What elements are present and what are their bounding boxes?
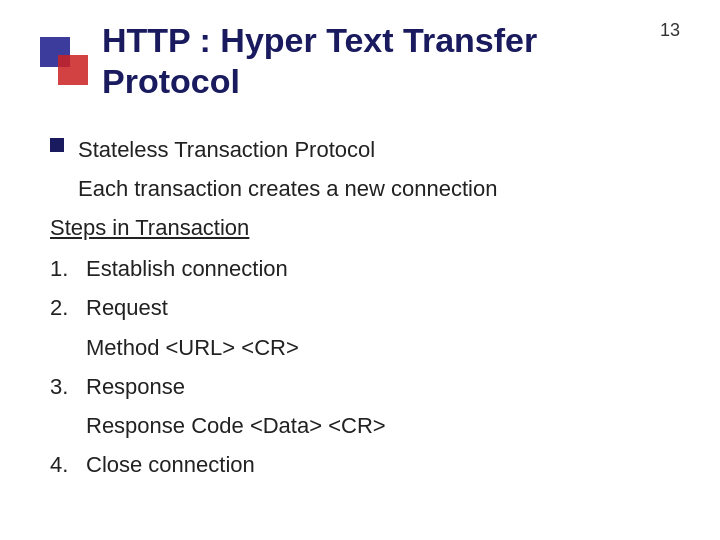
step-1-number: 1. [50,251,86,286]
bullet-stateless-sub: Each transaction creates a new connectio… [78,171,680,206]
step-2-label: Request [86,290,168,325]
page-title: HTTP : Hyper Text Transfer Protocol [102,20,680,102]
bullet-stateless-sub-text: Each transaction creates a new connectio… [78,176,497,201]
step-1-label: Establish connection [86,251,288,286]
steps-list: 1. Establish connection 2. Request Metho… [50,251,680,482]
bullet-stateless-text: Stateless Transaction Protocol [78,132,375,167]
page-number: 13 [660,20,680,41]
step-3-sub: Response Code <Data> <CR> [86,408,680,443]
slide-header: HTTP : Hyper Text Transfer Protocol 13 [40,20,680,102]
svg-rect-1 [58,55,88,85]
steps-heading: Steps in Transaction [50,210,680,245]
step-2-sub: Method <URL> <CR> [86,330,680,365]
step-4: 4. Close connection [50,447,680,482]
bullet-stateless: Stateless Transaction Protocol [50,132,680,167]
bullet-icon [50,138,64,152]
step-3-label: Response [86,369,185,404]
slide-content: Stateless Transaction Protocol Each tran… [40,132,680,483]
step-4-number: 4. [50,447,86,482]
logo-icon [40,37,88,85]
step-3: 3. Response [50,369,680,404]
slide: HTTP : Hyper Text Transfer Protocol 13 S… [0,0,720,540]
step-4-label: Close connection [86,447,255,482]
step-2-number: 2. [50,290,86,325]
step-1: 1. Establish connection [50,251,680,286]
step-2: 2. Request [50,290,680,325]
step-3-number: 3. [50,369,86,404]
